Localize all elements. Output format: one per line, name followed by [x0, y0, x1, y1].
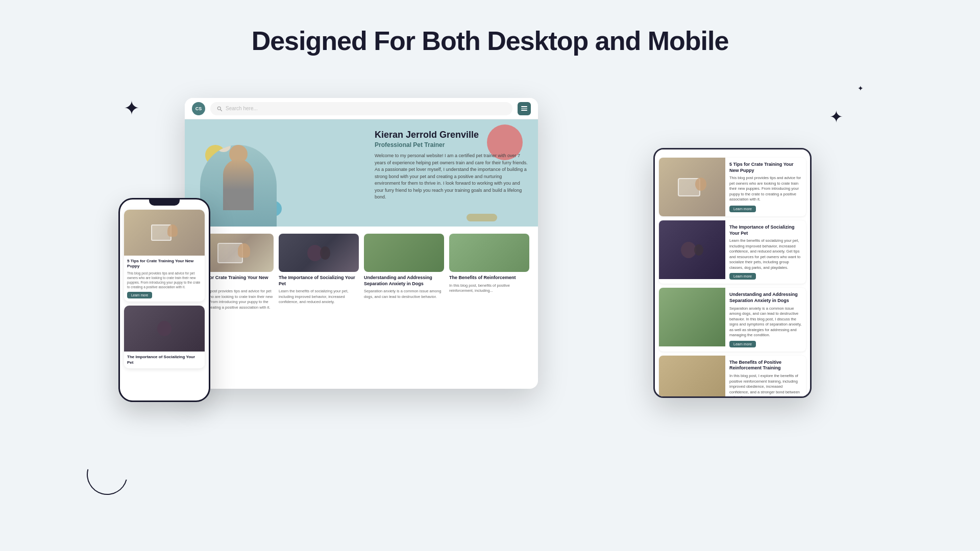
mobile-card-1: 5 Tips for Crate Training Your New Puppy…: [124, 210, 205, 302]
desktop-blog-card-4: The Benefits of Reinforcement In this bl…: [449, 234, 529, 332]
svg-line-1: [220, 109, 222, 111]
blog-card-2-image: [279, 234, 359, 272]
hero-bio: Welcome to my personal website! I am a c…: [375, 153, 528, 201]
desktop-search-bar[interactable]: Search here...: [210, 102, 512, 115]
decorative-curve: [79, 446, 135, 502]
tablet-card-3-body: Understanding and Addressing Separation …: [729, 288, 806, 351]
blog-card-3-desc: Separation anxiety is a common issue amo…: [364, 289, 444, 332]
tablet-card-2-btn[interactable]: Learn more: [729, 273, 756, 280]
mobile-card-2-title: The Importance of Socializing Your Pet: [124, 352, 205, 368]
tablet-card-1-btn[interactable]: Learn more: [729, 206, 756, 212]
page-title: Designed For Both Desktop and Mobile: [0, 0, 980, 56]
desktop-blog-row: 5 Tips for Crate Training Your New Puppy…: [185, 227, 538, 339]
tablet-card-3-desc: Separation anxiety is a common issue amo…: [729, 306, 802, 338]
desktop-blog-card-2: The Importance of Socializing Your Pet L…: [279, 234, 359, 332]
blog-card-4-image: [449, 234, 529, 272]
hero-name: Kieran Jerrold Grenville: [375, 130, 528, 140]
tablet-card-4: The Benefits of Positive Reinforcement T…: [659, 356, 806, 398]
tablet-card-3-btn[interactable]: Learn more: [729, 341, 756, 347]
search-placeholder: Search here...: [226, 106, 258, 111]
desktop-toolbar: CS Search here...: [185, 98, 538, 119]
toolbar-avatar: CS: [192, 102, 205, 115]
tablet-card-4-image: [659, 356, 725, 398]
tablet-card-4-desc: In this blog post, I explore the benefit…: [729, 373, 802, 398]
blog-card-4-desc: In this blog post, benefits of positive …: [449, 283, 529, 332]
tablet-content: 5 Tips for Crate Training Your New Puppy…: [655, 154, 810, 398]
tablet-card-2-title: The Importance of Socializing Your Pet: [729, 224, 802, 236]
mobile-card-1-desc: This blog post provides tips and advice …: [127, 271, 202, 289]
blog-card-3-image: [364, 234, 444, 272]
hero-text-block: Kieran Jerrold Grenville Professional Pe…: [375, 130, 528, 201]
toy-brush: [467, 214, 497, 221]
mobile-card-2-image: [124, 306, 205, 352]
tablet-card-3: Understanding and Addressing Separation …: [659, 288, 806, 351]
tablet-card-1-title: 5 Tips for Crate Training Your New Puppy: [729, 162, 802, 173]
hero-subtitle: Professional Pet Trainer: [375, 141, 528, 148]
tablet-card-3-title: Understanding and Addressing Separation …: [729, 292, 802, 304]
mobile-card-1-title: 5 Tips for Crate Training Your New Puppy: [127, 259, 202, 269]
tablet-card-1-image: [659, 158, 725, 216]
blog-card-3-title: Understanding and Addressing Separation …: [364, 275, 444, 287]
desktop-mockup: CS Search here...: [185, 98, 538, 389]
mobile-mockup-left: 5 Tips for Crate Training Your New Puppy…: [118, 198, 210, 402]
tablet-card-2-desc: Learn the benefits of socializing your p…: [729, 238, 802, 270]
mobile-notch: [149, 199, 180, 206]
tablet-card-1-body: 5 Tips for Crate Training Your New Puppy…: [729, 158, 806, 216]
blog-card-4-title: The Benefits of Reinforcement: [449, 275, 529, 281]
tablet-card-2: The Importance of Socializing Your Pet L…: [659, 220, 806, 284]
blog-card-2-desc: Learn the benefits of socializing your p…: [279, 289, 359, 332]
mobile-card-1-btn[interactable]: Learn more: [127, 292, 152, 298]
tablet-card-2-image: [659, 220, 725, 279]
decorative-star-3: ✦: [857, 84, 864, 92]
mobile-card-2: The Importance of Socializing Your Pet: [124, 306, 205, 368]
tablet-mockup-right: 5 Tips for Crate Training Your New Puppy…: [653, 148, 812, 398]
tablet-card-4-title: The Benefits of Positive Reinforcement T…: [729, 360, 802, 371]
menu-button[interactable]: [518, 102, 531, 115]
search-icon: [216, 106, 223, 112]
desktop-blog-card-3: Understanding and Addressing Separation …: [364, 234, 444, 332]
decorative-star-1: ✦: [124, 97, 140, 119]
blog-card-2-title: The Importance of Socializing Your Pet: [279, 275, 359, 287]
tablet-card-1: 5 Tips for Crate Training Your New Puppy…: [659, 158, 806, 216]
tablet-card-1-desc: This blog post provides tips and advice …: [729, 176, 802, 203]
tablet-card-3-image: [659, 288, 725, 346]
tablet-card-2-body: The Importance of Socializing Your Pet L…: [729, 220, 806, 284]
desktop-hero: Kieran Jerrold Grenville Professional Pe…: [185, 119, 538, 227]
mobile-card-1-image: [124, 210, 205, 256]
decorative-star-2: ✦: [829, 107, 843, 127]
tablet-card-4-body: The Benefits of Positive Reinforcement T…: [729, 356, 806, 398]
hero-person-image: [200, 145, 277, 227]
mobile-card-1-body: 5 Tips for Crate Training Your New Puppy…: [124, 256, 205, 302]
